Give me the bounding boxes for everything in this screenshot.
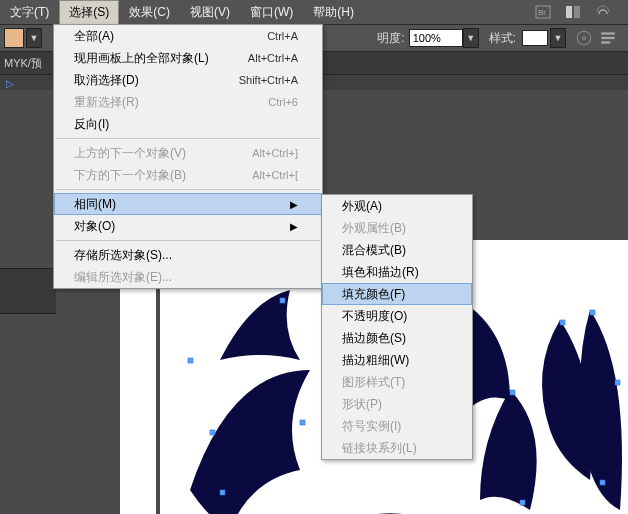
svg-rect-14 [280, 298, 285, 303]
fill-dropdown-button[interactable]: ▼ [26, 28, 42, 48]
fill-swatch[interactable] [4, 28, 24, 48]
menu-window[interactable]: 窗口(W) [240, 0, 303, 25]
style-dropdown-button[interactable]: ▼ [550, 28, 566, 48]
submenu-stroke-color[interactable]: 描边颜色(S) [322, 327, 472, 349]
svg-rect-23 [600, 480, 605, 485]
chevron-down-icon: ▼ [30, 33, 39, 43]
submenu-stroke-weight[interactable]: 描边粗细(W) [322, 349, 472, 371]
document-tab-label[interactable]: MYK/预 [4, 56, 42, 71]
submenu-symbol-instance: 符号实例(I) [322, 415, 472, 437]
svg-rect-24 [520, 500, 525, 505]
menu-item-all-on-artboard[interactable]: 现用画板上的全部对象(L)Alt+Ctrl+A [54, 47, 322, 69]
select-menu-dropdown: 全部(A)Ctrl+A 现用画板上的全部对象(L)Alt+Ctrl+A 取消选择… [53, 24, 323, 289]
svg-rect-15 [220, 490, 225, 495]
style-swatch[interactable] [522, 30, 548, 46]
svg-rect-8 [601, 41, 610, 43]
menu-text[interactable]: 文字(T) [0, 0, 59, 25]
svg-text:Br: Br [538, 8, 546, 17]
align-icon[interactable] [599, 29, 617, 47]
menu-item-reselect: 重新选择(R)Ctrl+6 [54, 91, 322, 113]
menubar: 文字(T) 选择(S) 效果(C) 视图(V) 窗口(W) 帮助(H) Br [0, 0, 628, 25]
submenu-shape: 形状(P) [322, 393, 472, 415]
submenu-blend-mode[interactable]: 混合模式(B) [322, 239, 472, 261]
svg-rect-32 [210, 430, 215, 435]
chevron-down-icon: ▼ [554, 33, 563, 43]
menu-view[interactable]: 视图(V) [180, 0, 240, 25]
svg-rect-7 [601, 37, 615, 39]
menu-item-edit-selection: 编辑所选对象(E)... [54, 266, 322, 288]
menu-item-object[interactable]: 对象(O)▶ [54, 215, 322, 237]
menu-item-next-below: 下方的下一个对象(B)Alt+Ctrl+[ [54, 164, 322, 186]
same-submenu: 外观(A) 外观属性(B) 混合模式(B) 填色和描边(R) 填充颜色(F) 不… [321, 194, 473, 460]
menu-item-same[interactable]: 相同(M)▶ [54, 193, 322, 215]
submenu-link-block: 链接块系列(L) [322, 437, 472, 459]
menu-separator [56, 240, 320, 241]
svg-rect-2 [566, 6, 572, 18]
svg-rect-6 [601, 32, 615, 34]
layout-icon[interactable] [562, 3, 584, 21]
submenu-arrow-icon: ▶ [290, 199, 298, 210]
submenu-opacity[interactable]: 不透明度(O) [322, 305, 472, 327]
menu-item-select-all[interactable]: 全部(A)Ctrl+A [54, 25, 322, 47]
submenu-arrow-icon: ▶ [290, 221, 298, 232]
ruler-origin-icon: ▷ [6, 78, 14, 89]
svg-rect-20 [510, 390, 515, 395]
panel-dock[interactable] [0, 268, 56, 314]
menu-item-next-above: 上方的下一个对象(V)Alt+Ctrl+] [54, 142, 322, 164]
menu-separator [56, 138, 320, 139]
menu-effect[interactable]: 效果(C) [119, 0, 180, 25]
submenu-appearance[interactable]: 外观(A) [322, 195, 472, 217]
svg-rect-3 [574, 6, 580, 18]
menu-separator [56, 189, 320, 190]
submenu-fill-stroke[interactable]: 填色和描边(R) [322, 261, 472, 283]
chevron-down-icon: ▼ [466, 33, 475, 43]
menu-item-save-selection[interactable]: 存储所选对象(S)... [54, 244, 322, 266]
menu-item-inverse[interactable]: 反向(I) [54, 113, 322, 135]
submenu-appearance-attr: 外观属性(B) [322, 217, 472, 239]
opacity-input[interactable] [409, 29, 463, 47]
svg-point-5 [582, 36, 587, 41]
submenu-graphic-style: 图形样式(T) [322, 371, 472, 393]
submenu-fill-color[interactable]: 填充颜色(F) [322, 283, 472, 305]
svg-rect-21 [560, 320, 565, 325]
menu-item-deselect[interactable]: 取消选择(D)Shift+Ctrl+A [54, 69, 322, 91]
opacity-label: 明度: [377, 30, 404, 47]
svg-rect-22 [590, 310, 595, 315]
svg-rect-16 [300, 420, 305, 425]
bridge-icon[interactable]: Br [532, 3, 554, 21]
recolor-icon[interactable] [575, 29, 593, 47]
opacity-dropdown-button[interactable]: ▼ [463, 28, 479, 48]
svg-rect-13 [188, 358, 193, 363]
sync-icon[interactable] [592, 3, 614, 21]
style-label: 样式: [489, 30, 516, 47]
menu-help[interactable]: 帮助(H) [303, 0, 364, 25]
menu-select[interactable]: 选择(S) [59, 0, 119, 25]
svg-rect-30 [615, 380, 620, 385]
